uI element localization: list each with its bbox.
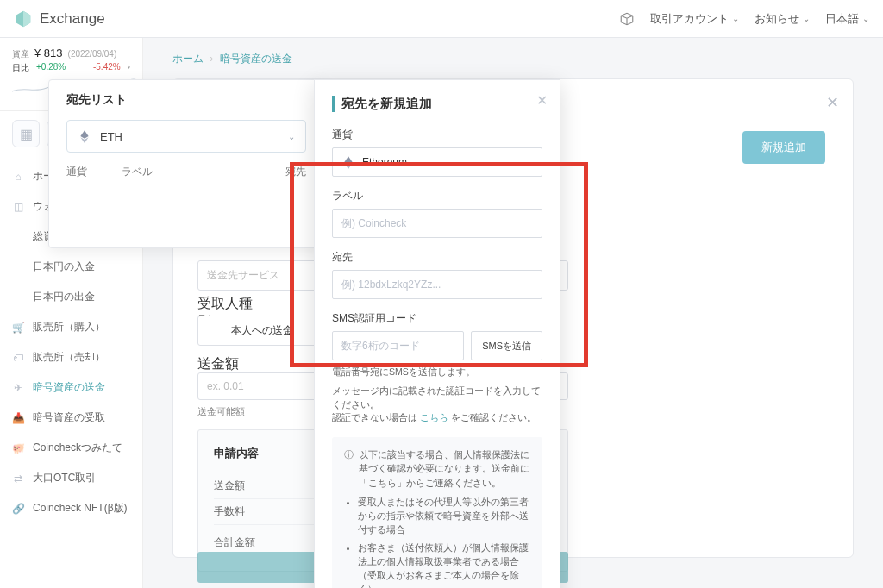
amount-label: 送金額 xyxy=(197,355,239,373)
breadcrumb-current: 暗号資産の送金 xyxy=(220,53,292,65)
eth-icon xyxy=(341,155,355,169)
change-down: -5.42% xyxy=(93,62,121,74)
address-label: 宛先 xyxy=(332,250,542,265)
chevron-right-icon[interactable]: › xyxy=(128,62,130,74)
account-menu[interactable]: 取引アカウント⌄ xyxy=(650,11,739,27)
inbox-icon: 📥 xyxy=(12,412,24,424)
eth-icon xyxy=(78,129,91,143)
nav-jpy-deposit[interactable]: 日本円の入金 xyxy=(0,252,142,282)
label-label: ラベル xyxy=(332,189,542,203)
address-list-title: 宛先リスト xyxy=(66,92,306,108)
col-currency: 通貨 xyxy=(66,165,87,179)
balance-label: 送金可能額 xyxy=(197,405,245,418)
box-icon[interactable] xyxy=(619,11,635,27)
col-address: 宛先 xyxy=(285,165,306,179)
col-label: ラベル xyxy=(122,165,153,179)
sms-code-input[interactable] xyxy=(332,331,464,360)
nav-otc[interactable]: ⇄大口OTC取引 xyxy=(0,463,142,493)
new-add-button[interactable]: 新規追加 xyxy=(742,131,825,164)
info-icon: ⓘ xyxy=(344,447,354,490)
notice-item-2: お客さま（送付依頼人）が個人情報保護法上の個人情報取扱事業者である場合（受取人が… xyxy=(358,541,530,588)
notice-box: ⓘ 以下に該当する場合、個人情報保護法に基づく確認が必要になります。送金前に「こ… xyxy=(332,437,542,588)
asset-date: (2022/09/04) xyxy=(68,49,117,59)
send-sms-button[interactable]: SMSを送信 xyxy=(471,331,542,360)
currency-value: Ethereum xyxy=(362,156,407,168)
add-address-modal: 宛先を新規追加 ✕ 通貨 Ethereum ⌄ ラベル 宛先 SMS認証用コード… xyxy=(314,79,560,588)
asset-label: 資産 xyxy=(12,48,29,60)
modal-title: 宛先を新規追加 xyxy=(332,96,542,112)
breadcrumb: ホーム › 暗号資産の送金 xyxy=(172,52,854,66)
sms-label: SMS認証用コード xyxy=(332,311,542,326)
nav-buy[interactable]: 🛒販売所（購入） xyxy=(0,312,142,342)
nav-nft[interactable]: 🔗Coincheck NFT(β版) xyxy=(0,493,142,523)
chevron-down-icon: ⌄ xyxy=(525,157,533,168)
nav-jpy-withdraw[interactable]: 日本円の出金 xyxy=(0,282,142,312)
link-icon: 🔗 xyxy=(12,503,24,515)
currency-selected: ETH xyxy=(100,130,122,143)
cart-icon: 🛒 xyxy=(12,322,24,334)
brand-name: Exchange xyxy=(40,10,105,28)
nav-tsumitate[interactable]: 🐖Coincheckつみたて xyxy=(0,433,142,463)
language-menu[interactable]: 日本語⌄ xyxy=(825,11,869,27)
close-icon[interactable]: ✕ xyxy=(536,92,548,109)
home-icon: ⌂ xyxy=(12,171,24,183)
label-input[interactable] xyxy=(332,209,542,238)
notice-menu[interactable]: お知らせ⌄ xyxy=(755,11,810,27)
notice-item-1: 受取人またはその代理人等以外の第三者からの指示や依頼で暗号資産を外部へ送付する場… xyxy=(358,495,530,537)
exchange-icon: ⇄ xyxy=(12,472,24,485)
sms-help-link[interactable]: こちら xyxy=(420,412,448,422)
grid-tile-icon[interactable]: ▦ xyxy=(12,120,40,147)
sms-hint-1: 電話番号宛にSMSを送信します。 xyxy=(332,366,542,379)
nav-crypto-receive[interactable]: 📥暗号資産の受取 xyxy=(0,403,142,433)
dod-label: 日比 xyxy=(12,62,29,74)
notice-link[interactable]: こちら xyxy=(368,478,397,488)
piggy-icon: 🐖 xyxy=(12,442,24,454)
change-up: +0.28% xyxy=(36,62,66,74)
currency-select[interactable]: ETH ⌄ xyxy=(66,120,306,153)
chevron-down-icon: ⌄ xyxy=(288,132,295,141)
plane-icon: ✈ xyxy=(12,382,24,394)
card-close-icon[interactable]: ✕ xyxy=(826,93,839,112)
sms-hint-2: メッセージ内に記載された認証コードを入力してください。 認証できない場合は こち… xyxy=(332,385,542,425)
nav-crypto-send[interactable]: ✈暗号資産の送金 xyxy=(0,372,142,403)
address-list-panel: 宛先リスト ETH ⌄ 通貨 ラベル 宛先 xyxy=(48,79,324,248)
breadcrumb-home[interactable]: ホーム xyxy=(172,53,204,65)
asset-value: ¥ 813 xyxy=(34,47,63,59)
recipient-type-button[interactable]: 本人への送金 xyxy=(197,316,327,346)
address-input[interactable] xyxy=(332,270,542,299)
logo-icon xyxy=(14,9,33,28)
nav-sell[interactable]: 🏷販売所（売却） xyxy=(0,342,142,372)
wallet-icon: ◫ xyxy=(12,201,24,213)
tag-icon: 🏷 xyxy=(12,352,24,364)
currency-dropdown[interactable]: Ethereum ⌄ xyxy=(332,147,542,177)
app-header: Exchange 取引アカウント⌄ お知らせ⌄ 日本語⌄ xyxy=(0,0,883,38)
currency-label: 通貨 xyxy=(332,128,542,142)
